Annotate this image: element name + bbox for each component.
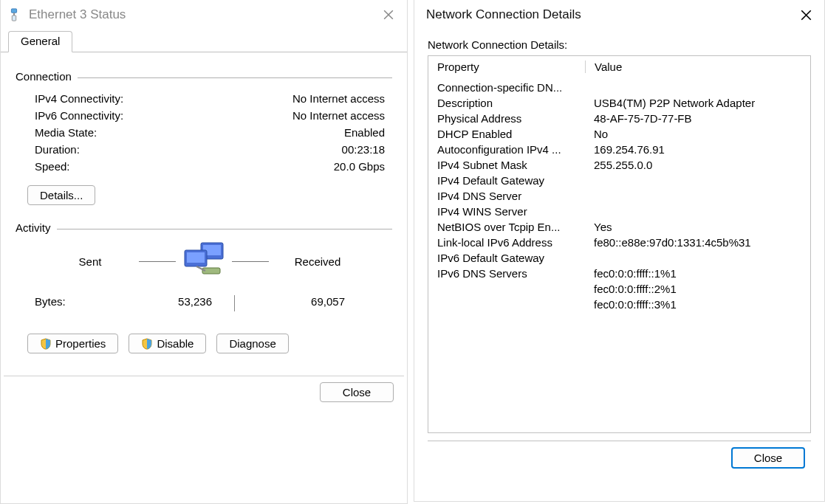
details-property [428,283,585,295]
status-close-button[interactable]: Close [320,382,394,402]
details-table: Property Value Connection-specific DN...… [428,55,811,433]
details-property [428,298,585,311]
details-row[interactable]: fec0:0:0:ffff::2%1 [428,281,810,297]
disable-button[interactable]: Disable [129,334,206,353]
details-row[interactable]: IPv4 Default Gateway [428,173,810,188]
header-property[interactable]: Property [428,61,586,73]
speed-value: 20.0 Gbps [182,160,392,173]
details-row[interactable]: IPv6 Default Gateway [428,250,810,266]
media-state-value: Enabled [182,126,392,139]
bytes-row: Bytes: 53,236 69,057 [35,295,392,311]
status-close-icon[interactable] [372,1,405,29]
activity-diagram: Sent Received [16,241,392,282]
details-property: DHCP Enabled [428,128,585,140]
details-row[interactable]: Autoconfiguration IPv4 ...169.254.76.91 [428,142,810,157]
media-state-row: Media State: Enabled [16,124,392,141]
details-row[interactable]: IPv4 DNS Server [428,188,810,204]
duration-label: Duration: [35,143,182,156]
tab-general-label: General [21,35,60,47]
details-property: NetBIOS over Tcpip En... [428,221,585,233]
details-value: USB4(TM) P2P Network Adapter [585,97,810,109]
details-value [585,174,810,187]
duration-row: Duration: 00:23:18 [16,141,392,158]
diagnose-button-label: Diagnose [229,337,275,350]
bytes-label: Bytes: [35,295,123,311]
duration-value: 00:23:18 [182,143,392,156]
status-title-text: Ethernet 3 Status [29,7,126,22]
activity-dash-left [139,261,176,262]
details-value: 255.255.0.0 [585,159,810,171]
status-titlebar: Ethernet 3 Status [1,0,407,30]
ipv6-connectivity-row: IPv6 Connectivity: No Internet access [16,107,392,124]
connection-group-label: Connection [16,70,78,83]
details-row[interactable]: NetBIOS over Tcpip En...Yes [428,219,810,235]
details-header-row: Property Value [428,56,810,77]
shield-icon [141,338,153,350]
details-property: IPv4 Default Gateway [428,174,585,187]
details-button[interactable]: Details... [27,185,95,205]
connection-group: Connection IPv4 Connectivity: No Interne… [16,70,392,205]
details-row[interactable]: fec0:0:0:ffff::3%1 [428,297,810,312]
details-value: 48-AF-75-7D-77-FB [585,112,810,125]
tab-general[interactable]: General [8,31,72,52]
details-property: Link-local IPv6 Address [428,236,585,249]
details-row[interactable]: Physical Address48-AF-75-7D-77-FB [428,111,810,126]
bytes-divider [234,295,235,311]
svg-rect-0 [11,9,16,13]
ipv4-connectivity-row: IPv4 Connectivity: No Internet access [16,90,392,107]
details-value: No [585,128,810,140]
details-button-label: Details... [40,189,83,201]
activity-group: Activity Sent [16,221,392,353]
activity-group-label: Activity [16,221,57,234]
speed-label: Speed: [35,160,182,173]
ipv4-connectivity-label: IPv4 Connectivity: [35,92,182,105]
details-value: Yes [585,221,810,233]
details-property: Physical Address [428,112,585,125]
media-state-label: Media State: [35,126,182,139]
svg-rect-6 [187,252,205,263]
status-body: Connection IPv4 Connectivity: No Interne… [1,52,407,376]
details-value: 169.254.76.91 [585,143,810,156]
details-row[interactable]: Link-local IPv6 Addressfe80::e88e:97d0:1… [428,235,810,250]
header-value[interactable]: Value [586,61,810,73]
details-value: fe80::e88e:97d0:1331:4c5b%31 [585,236,810,249]
details-row[interactable]: IPv4 WINS Server [428,204,810,219]
details-property: Autoconfiguration IPv4 ... [428,143,585,156]
computers-icon [180,241,227,282]
details-close-button-label: Close [754,452,782,464]
network-details-window: Network Connection Details Network Conne… [414,0,825,502]
bytes-sent-value: 53,236 [123,295,212,311]
details-divider [428,441,811,441]
sent-label: Sent [46,255,134,268]
details-value [585,190,810,202]
details-row[interactable]: IPv4 Subnet Mask255.255.0.0 [428,157,810,173]
details-value: fec0:0:0:ffff::3%1 [585,298,810,311]
group-divider [16,229,392,229]
details-value [585,81,810,94]
details-property: IPv6 DNS Servers [428,267,585,280]
shield-icon [40,338,52,350]
properties-button[interactable]: Properties [27,334,118,353]
details-value [585,205,810,218]
details-row[interactable]: DescriptionUSB4(TM) P2P Network Adapter [428,95,810,111]
received-label: Received [273,255,362,268]
details-close-icon[interactable] [789,1,823,29]
details-close-button[interactable]: Close [731,447,805,469]
svg-rect-1 [13,13,15,15]
activity-dash-right [232,261,269,262]
details-row[interactable]: Connection-specific DN... [428,80,810,95]
ipv6-connectivity-label: IPv6 Connectivity: [35,109,182,122]
details-row[interactable]: IPv6 DNS Serversfec0:0:0:ffff::1%1 [428,266,810,281]
details-property: IPv4 WINS Server [428,205,585,218]
details-value: fec0:0:0:ffff::2%1 [585,283,810,295]
details-title-text: Network Connection Details [420,7,581,22]
tabstrip: General [1,30,407,52]
diagnose-button[interactable]: Diagnose [216,334,288,353]
details-row[interactable]: DHCP EnabledNo [428,126,810,142]
speed-row: Speed: 20.0 Gbps [16,158,392,175]
ethernet-status-window: Ethernet 3 Status General Connection IPv… [0,0,408,504]
ipv6-connectivity-value: No Internet access [182,109,392,122]
disable-button-label: Disable [157,337,194,350]
details-body: Network Connection Details: Property Val… [414,30,824,477]
details-property: IPv4 DNS Server [428,190,585,202]
